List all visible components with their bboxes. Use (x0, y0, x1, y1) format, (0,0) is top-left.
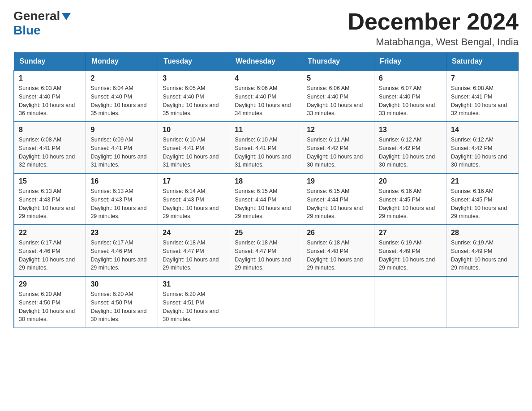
col-header-wednesday: Wednesday (230, 53, 302, 71)
calendar-table: SundayMondayTuesdayWednesdayThursdayFrid… (13, 52, 519, 328)
day-number: 20 (379, 177, 442, 185)
day-number: 31 (163, 280, 225, 288)
day-number: 17 (163, 177, 225, 185)
calendar-subtitle: Matabhanga, West Bengal, India (348, 36, 519, 48)
calendar-cell: 18Sunrise: 6:15 AMSunset: 4:44 PMDayligh… (230, 173, 302, 225)
title-area: December 2024 Matabhanga, West Bengal, I… (348, 9, 519, 48)
day-number: 8 (19, 126, 81, 134)
day-number: 23 (90, 229, 153, 237)
calendar-cell: 6Sunrise: 6:07 AMSunset: 4:40 PMDaylight… (374, 70, 446, 122)
day-info: Sunrise: 6:11 AMSunset: 4:42 PMDaylight:… (307, 136, 369, 169)
day-info: Sunrise: 6:15 AMSunset: 4:44 PMDaylight:… (307, 187, 369, 221)
page-header: General Blue December 2024 Matabhanga, W… (13, 9, 519, 48)
calendar-cell: 14Sunrise: 6:12 AMSunset: 4:42 PMDayligh… (446, 122, 519, 173)
day-info: Sunrise: 6:03 AMSunset: 4:40 PMDaylight:… (19, 84, 81, 118)
day-info: Sunrise: 6:18 AMSunset: 4:47 PMDaylight:… (163, 239, 225, 272)
day-number: 28 (451, 229, 514, 237)
day-info: Sunrise: 6:15 AMSunset: 4:44 PMDaylight:… (235, 187, 297, 221)
calendar-cell: 21Sunrise: 6:16 AMSunset: 4:45 PMDayligh… (446, 173, 519, 225)
calendar-cell: 19Sunrise: 6:15 AMSunset: 4:44 PMDayligh… (302, 173, 374, 225)
logo-blue-text: Blue (13, 23, 41, 38)
day-info: Sunrise: 6:19 AMSunset: 4:49 PMDaylight:… (379, 239, 442, 272)
col-header-friday: Friday (374, 53, 446, 71)
calendar-cell: 25Sunrise: 6:18 AMSunset: 4:47 PMDayligh… (230, 225, 302, 276)
calendar-cell (230, 276, 302, 328)
calendar-cell: 30Sunrise: 6:20 AMSunset: 4:50 PMDayligh… (86, 276, 158, 328)
logo-area: General Blue (13, 9, 72, 38)
logo-triangle-icon (62, 13, 71, 20)
day-number: 18 (235, 177, 297, 185)
day-info: Sunrise: 6:17 AMSunset: 4:46 PMDaylight:… (19, 239, 81, 272)
day-info: Sunrise: 6:12 AMSunset: 4:42 PMDaylight:… (379, 136, 442, 169)
day-info: Sunrise: 6:10 AMSunset: 4:41 PMDaylight:… (163, 136, 225, 169)
day-info: Sunrise: 6:18 AMSunset: 4:47 PMDaylight:… (235, 239, 297, 272)
day-number: 4 (235, 74, 297, 82)
day-number: 15 (19, 177, 81, 185)
day-number: 29 (19, 280, 81, 288)
day-info: Sunrise: 6:17 AMSunset: 4:46 PMDaylight:… (90, 239, 153, 272)
day-number: 7 (451, 74, 514, 82)
day-info: Sunrise: 6:07 AMSunset: 4:40 PMDaylight:… (379, 84, 442, 118)
day-number: 2 (90, 74, 153, 82)
week-row-1: 1Sunrise: 6:03 AMSunset: 4:40 PMDaylight… (14, 70, 519, 122)
calendar-cell: 2Sunrise: 6:04 AMSunset: 4:40 PMDaylight… (86, 70, 158, 122)
day-number: 14 (451, 126, 514, 134)
day-number: 1 (19, 74, 81, 82)
day-info: Sunrise: 6:14 AMSunset: 4:43 PMDaylight:… (163, 187, 225, 221)
day-info: Sunrise: 6:04 AMSunset: 4:40 PMDaylight:… (90, 84, 153, 118)
day-info: Sunrise: 6:06 AMSunset: 4:40 PMDaylight:… (235, 84, 297, 118)
calendar-cell: 4Sunrise: 6:06 AMSunset: 4:40 PMDaylight… (230, 70, 302, 122)
calendar-cell: 28Sunrise: 6:19 AMSunset: 4:49 PMDayligh… (446, 225, 519, 276)
day-info: Sunrise: 6:18 AMSunset: 4:48 PMDaylight:… (307, 239, 369, 272)
day-number: 9 (90, 126, 153, 134)
day-number: 6 (379, 74, 442, 82)
day-info: Sunrise: 6:16 AMSunset: 4:45 PMDaylight:… (379, 187, 442, 221)
day-info: Sunrise: 6:06 AMSunset: 4:40 PMDaylight:… (307, 84, 369, 118)
day-number: 10 (163, 126, 225, 134)
calendar-cell: 12Sunrise: 6:11 AMSunset: 4:42 PMDayligh… (302, 122, 374, 173)
day-info: Sunrise: 6:08 AMSunset: 4:41 PMDaylight:… (451, 84, 514, 118)
day-info: Sunrise: 6:09 AMSunset: 4:41 PMDaylight:… (90, 136, 153, 169)
calendar-cell: 22Sunrise: 6:17 AMSunset: 4:46 PMDayligh… (14, 225, 86, 276)
calendar-title: December 2024 (348, 9, 519, 34)
header-row: SundayMondayTuesdayWednesdayThursdayFrid… (14, 53, 519, 71)
day-info: Sunrise: 6:08 AMSunset: 4:41 PMDaylight:… (19, 136, 81, 169)
day-info: Sunrise: 6:13 AMSunset: 4:43 PMDaylight:… (19, 187, 81, 221)
calendar-cell: 11Sunrise: 6:10 AMSunset: 4:41 PMDayligh… (230, 122, 302, 173)
calendar-cell: 3Sunrise: 6:05 AMSunset: 4:40 PMDaylight… (158, 70, 230, 122)
day-info: Sunrise: 6:20 AMSunset: 4:50 PMDaylight:… (90, 290, 153, 324)
calendar-cell: 29Sunrise: 6:20 AMSunset: 4:50 PMDayligh… (14, 276, 86, 328)
logo-general-text: General (13, 9, 60, 23)
day-number: 16 (90, 177, 153, 185)
calendar-cell: 16Sunrise: 6:13 AMSunset: 4:43 PMDayligh… (86, 173, 158, 225)
week-row-3: 15Sunrise: 6:13 AMSunset: 4:43 PMDayligh… (14, 173, 519, 225)
calendar-cell: 5Sunrise: 6:06 AMSunset: 4:40 PMDaylight… (302, 70, 374, 122)
day-number: 27 (379, 229, 442, 237)
calendar-cell: 24Sunrise: 6:18 AMSunset: 4:47 PMDayligh… (158, 225, 230, 276)
calendar-cell: 7Sunrise: 6:08 AMSunset: 4:41 PMDaylight… (446, 70, 519, 122)
calendar-cell (374, 276, 446, 328)
day-info: Sunrise: 6:12 AMSunset: 4:42 PMDaylight:… (451, 136, 514, 169)
week-row-2: 8Sunrise: 6:08 AMSunset: 4:41 PMDaylight… (14, 122, 519, 173)
day-number: 12 (307, 126, 369, 134)
day-info: Sunrise: 6:16 AMSunset: 4:45 PMDaylight:… (451, 187, 514, 221)
col-header-monday: Monday (86, 53, 158, 71)
calendar-cell: 20Sunrise: 6:16 AMSunset: 4:45 PMDayligh… (374, 173, 446, 225)
week-row-5: 29Sunrise: 6:20 AMSunset: 4:50 PMDayligh… (14, 276, 519, 328)
day-number: 21 (451, 177, 514, 185)
logo: General (13, 9, 72, 23)
calendar-cell: 26Sunrise: 6:18 AMSunset: 4:48 PMDayligh… (302, 225, 374, 276)
day-number: 22 (19, 229, 81, 237)
week-row-4: 22Sunrise: 6:17 AMSunset: 4:46 PMDayligh… (14, 225, 519, 276)
calendar-cell: 9Sunrise: 6:09 AMSunset: 4:41 PMDaylight… (86, 122, 158, 173)
day-number: 5 (307, 74, 369, 82)
calendar-cell: 10Sunrise: 6:10 AMSunset: 4:41 PMDayligh… (158, 122, 230, 173)
calendar-cell: 13Sunrise: 6:12 AMSunset: 4:42 PMDayligh… (374, 122, 446, 173)
day-info: Sunrise: 6:13 AMSunset: 4:43 PMDaylight:… (90, 187, 153, 221)
day-number: 13 (379, 126, 442, 134)
day-info: Sunrise: 6:10 AMSunset: 4:41 PMDaylight:… (235, 136, 297, 169)
day-number: 19 (307, 177, 369, 185)
calendar-cell: 17Sunrise: 6:14 AMSunset: 4:43 PMDayligh… (158, 173, 230, 225)
calendar-cell: 27Sunrise: 6:19 AMSunset: 4:49 PMDayligh… (374, 225, 446, 276)
day-number: 24 (163, 229, 225, 237)
